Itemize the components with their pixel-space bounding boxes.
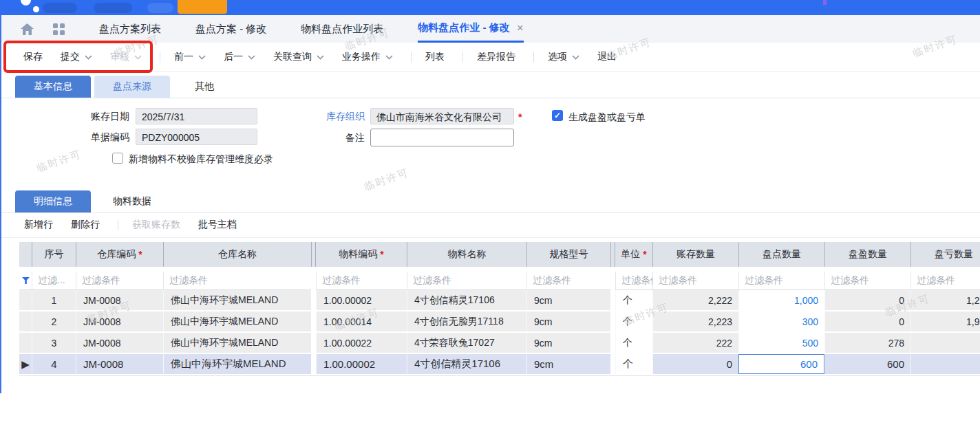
delete-row-button[interactable]: 删除行 xyxy=(71,219,100,231)
inventory-org-field[interactable]: 佛山市南海米谷文化有限公司 xyxy=(370,108,514,124)
cell-col-book-qty[interactable]: 222 xyxy=(652,333,738,353)
filter-col-book-qty[interactable]: 过滤条件 xyxy=(652,272,738,290)
cell-col-warehouse-name[interactable]: 佛山中海环宇城MELAND xyxy=(163,354,311,374)
table-row[interactable]: 1JM-0008佛山中海环宇城MELAND1.00.000024寸创信精灵171… xyxy=(19,290,980,310)
cell-col-seq[interactable]: 3 xyxy=(32,333,76,353)
cell-col-count-qty[interactable]: 300 xyxy=(738,311,824,331)
tab-detail-info[interactable]: 明细信息 xyxy=(15,190,91,212)
col-book-qty-header[interactable]: 账存数量 xyxy=(652,242,738,267)
tab-material-count-list[interactable]: 物料盘点作业列表 xyxy=(301,15,383,43)
filter-col-count-qty[interactable]: 过滤条件 xyxy=(738,272,824,290)
row-indicator[interactable]: ▶ xyxy=(19,354,32,374)
filter-col-spec[interactable]: 过滤条件 xyxy=(526,272,610,290)
cell-col-material-name[interactable]: 4寸创信精灵17106 xyxy=(407,290,526,310)
batch-master-button[interactable]: 批号主档 xyxy=(198,219,237,231)
cell-col-gain-qty[interactable]: 278 xyxy=(824,333,910,353)
table-row[interactable]: 2JM-0008佛山中海环宇城MELAND1.00.000144寸创信无脸男17… xyxy=(19,311,980,331)
table-row[interactable]: ▶4JM-0008佛山中海环宇城MELAND1.00.000024寸创信精灵17… xyxy=(19,354,980,374)
cell-col-warehouse-name[interactable]: 佛山中海环宇城MELAND xyxy=(163,311,311,331)
diff-report-button[interactable]: 差异报告 xyxy=(477,51,515,63)
filter-col-material-code[interactable]: 过滤条件 xyxy=(316,272,407,290)
cell-col-material-code[interactable]: 1.00.00002 xyxy=(316,354,407,374)
cell-col-warehouse-name[interactable]: 佛山中海环宇城MELAND xyxy=(163,333,311,353)
filter-col-unit[interactable]: 过滤条件 xyxy=(615,272,652,290)
cell-col-warehouse-name[interactable]: 佛山中海环宇城MELAND xyxy=(163,290,311,310)
options-button[interactable]: 选项 xyxy=(548,51,579,63)
cell-col-book-qty[interactable]: 0 xyxy=(652,354,738,374)
cell-col-unit[interactable]: 个 xyxy=(615,311,652,331)
tab-basic-info[interactable]: 基本信息 xyxy=(15,76,91,98)
col-count-qty-header[interactable]: 盘点数量 xyxy=(738,242,824,267)
grid-menu-icon[interactable] xyxy=(53,23,65,35)
col-spec-header[interactable]: 规格型号 xyxy=(526,242,610,267)
cell-col-material-code[interactable]: 1.00.00002 xyxy=(316,290,407,310)
inventory-org-label[interactable]: 库存组织 xyxy=(310,111,365,123)
col-gain-qty-header[interactable]: 盘盈数量 xyxy=(824,242,910,267)
cell-col-loss-qty[interactable] xyxy=(910,333,980,353)
filter-col-seq[interactable]: 过滤... xyxy=(32,272,76,290)
cell-col-warehouse-code[interactable]: JM-0008 xyxy=(76,311,163,331)
close-tab-icon[interactable]: × xyxy=(517,22,524,34)
col-loss-qty-header[interactable]: 盘亏数量 xyxy=(910,242,980,267)
cell-col-material-name[interactable]: 4寸荣容耿兔17027 xyxy=(407,333,526,353)
col-warehouse-code-header[interactable]: 仓库编码* xyxy=(76,242,163,267)
cell-col-gain-qty[interactable]: 0 xyxy=(824,290,910,310)
generate-doc-checkbox[interactable]: ✓ xyxy=(552,110,563,121)
prev-button[interactable]: 前一 xyxy=(174,51,206,63)
cell-col-unit[interactable]: 个 xyxy=(615,354,652,374)
cell-col-seq[interactable]: 2 xyxy=(32,311,76,331)
cell-col-seq[interactable]: 4 xyxy=(32,354,76,374)
filter-col-warehouse-code[interactable]: 过滤条件 xyxy=(76,272,163,290)
skip-check-checkbox[interactable] xyxy=(112,153,123,164)
cell-col-spec[interactable]: 9cm xyxy=(526,311,610,331)
related-query-button[interactable]: 关联查询 xyxy=(273,51,324,63)
cell-col-unit[interactable]: 个 xyxy=(615,290,652,310)
col-material-code-header[interactable]: 物料编码* xyxy=(316,242,407,267)
exit-button[interactable]: 退出 xyxy=(597,51,617,63)
add-row-button[interactable]: 新增行 xyxy=(24,219,53,231)
tab-material-count-edit[interactable]: 物料盘点作业 - 修改× xyxy=(418,15,523,43)
cell-col-count-qty[interactable]: 500 xyxy=(738,333,824,353)
col-warehouse-name-header[interactable]: 仓库名称 xyxy=(163,242,311,267)
cell-col-book-qty[interactable]: 2,222 xyxy=(652,290,738,310)
cell-col-spec[interactable]: 9cm xyxy=(526,354,610,374)
cell-col-unit[interactable]: 个 xyxy=(615,333,652,353)
filter-col-warehouse-name[interactable]: 过滤条件 xyxy=(163,272,311,290)
cell-col-count-qty[interactable]: 600 xyxy=(738,354,824,374)
cell-col-book-qty[interactable]: 2,223 xyxy=(652,311,738,331)
next-button[interactable]: 后一 xyxy=(224,51,255,63)
business-operation-button[interactable]: 业务操作 xyxy=(342,51,393,63)
cell-col-material-code[interactable]: 1.00.00014 xyxy=(316,311,407,331)
topbar-orange-button[interactable] xyxy=(178,0,227,14)
doc-no-field[interactable]: PDZY000005 xyxy=(136,129,257,145)
cell-col-loss-qty[interactable]: 1,222 xyxy=(910,290,980,310)
list-button[interactable]: 列表 xyxy=(425,51,445,63)
cell-col-warehouse-code[interactable]: JM-0008 xyxy=(76,290,163,310)
col-unit-header[interactable]: 单位* xyxy=(615,242,652,267)
book-date-field[interactable]: 2025/7/31 xyxy=(136,108,257,124)
tab-count-source[interactable]: 盘点来源 xyxy=(94,76,170,98)
tab-material-data[interactable]: 物料数据 xyxy=(94,190,170,212)
tab-inventory-plan-edit[interactable]: 盘点方案 - 修改 xyxy=(195,15,266,43)
table-row[interactable]: 3JM-0008佛山中海环宇城MELAND1.00.000224寸荣容耿兔170… xyxy=(19,333,980,353)
fetch-book-qty-button[interactable]: 获取账存数 xyxy=(132,219,180,231)
cell-col-spec[interactable]: 9cm xyxy=(526,290,610,310)
filter-col-material-name[interactable]: 过滤条件 xyxy=(407,272,526,290)
cell-col-gain-qty[interactable]: 0 xyxy=(824,311,910,331)
cell-col-warehouse-code[interactable]: JM-0008 xyxy=(76,354,163,374)
col-material-name-header[interactable]: 物料名称 xyxy=(407,242,526,267)
cell-col-loss-qty[interactable]: 1,923 xyxy=(910,311,980,331)
save-button[interactable]: 保存 xyxy=(23,51,43,63)
cell-col-warehouse-code[interactable]: JM-0008 xyxy=(76,333,163,353)
cell-col-spec[interactable]: 9cm xyxy=(526,333,610,353)
filter-col-gain-qty[interactable]: 过滤条件 xyxy=(824,272,910,290)
remark-input[interactable] xyxy=(370,129,514,146)
filter-col-loss-qty[interactable]: 过滤条件 xyxy=(910,272,980,290)
submit-button[interactable]: 提交 xyxy=(61,51,92,63)
cell-col-gain-qty[interactable]: 600 xyxy=(824,354,910,374)
tab-other[interactable]: 其他 xyxy=(173,76,235,98)
home-icon[interactable] xyxy=(21,23,34,35)
cell-col-count-qty[interactable]: 1,000 xyxy=(738,290,824,310)
filter-icon[interactable] xyxy=(19,272,32,290)
cell-col-material-name[interactable]: 4寸创信无脸男17118 xyxy=(407,311,526,331)
